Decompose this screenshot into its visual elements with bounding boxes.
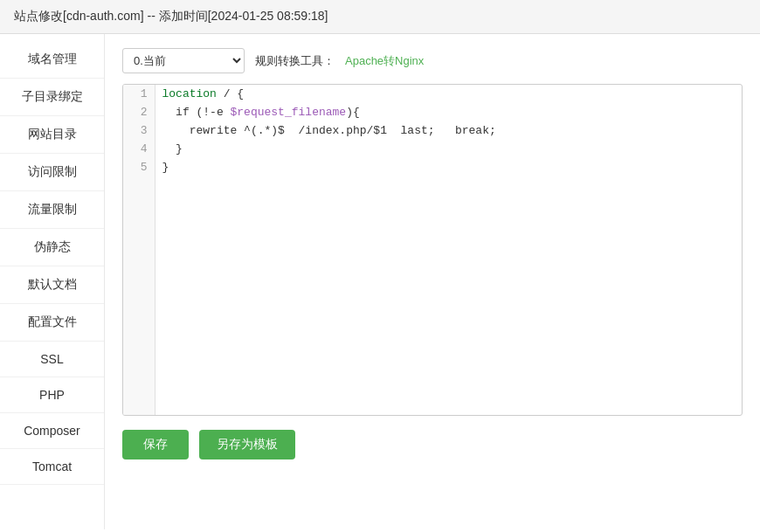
line-content-3: rewrite ^(.*)$ /index.php/$1 last; break… (155, 121, 742, 140)
code-editor[interactable]: 1 location / { 2 if (!-e $request_filena… (122, 84, 743, 416)
code-line-empty-14 (123, 323, 742, 342)
code-line-1: 1 location / { (123, 85, 742, 103)
save-button[interactable]: 保存 (122, 430, 189, 459)
line-number-4: 4 (123, 140, 155, 158)
main-content: 0.当前1.备份 规则转换工具： Apache转Nginx 1 location… (105, 34, 760, 529)
toolbar-row: 0.当前1.备份 规则转换工具： Apache转Nginx (122, 48, 743, 73)
line-number-5: 5 (123, 158, 155, 176)
line-number-3: 3 (123, 121, 155, 140)
sidebar-item-traffic-limit[interactable]: 流量限制 (0, 191, 104, 229)
line-content-5: } (155, 158, 742, 176)
code-line-empty-7 (123, 195, 742, 213)
var-request-filename: $request_filename (231, 106, 347, 119)
sidebar-item-ssl[interactable]: SSL (0, 342, 104, 377)
sidebar-item-pseudo-static[interactable]: 伪静态 (0, 229, 104, 266)
code-line-empty-6 (123, 176, 742, 195)
page-title: 站点修改[cdn-auth.com] -- 添加时间[2024-01-25 08… (14, 9, 328, 23)
keyword-location: location (162, 87, 217, 100)
sidebar-item-access-limit[interactable]: 访问限制 (0, 154, 104, 191)
line-content-4: } (155, 140, 742, 158)
code-line-empty-12 (123, 287, 742, 305)
line-number-6 (123, 176, 155, 195)
sidebar-item-config-file[interactable]: 配置文件 (0, 304, 104, 342)
code-line-empty-9 (123, 231, 742, 250)
line-number-2: 2 (123, 103, 155, 121)
code-line-empty-18 (123, 397, 742, 415)
action-row: 保存 另存为模板 (122, 430, 743, 459)
code-line-5: 5 } (123, 158, 742, 176)
code-line-empty-16 (123, 360, 742, 378)
code-line-empty-11 (123, 268, 742, 287)
code-line-empty-13 (123, 305, 742, 323)
code-line-empty-17 (123, 378, 742, 397)
code-line-empty-8 (123, 213, 742, 231)
sidebar-item-composer[interactable]: Composer (0, 413, 104, 449)
rule-tool-label: 规则转换工具： (255, 53, 335, 69)
line-number-1: 1 (123, 85, 155, 103)
code-line-2: 2 if (!-e $request_filename){ (123, 103, 742, 121)
code-lines: 1 location / { 2 if (!-e $request_filena… (123, 85, 742, 415)
sidebar-item-subdir-bind[interactable]: 子目录绑定 (0, 79, 104, 116)
code-line-4: 4 } (123, 140, 742, 158)
title-bar: 站点修改[cdn-auth.com] -- 添加时间[2024-01-25 08… (0, 0, 760, 34)
line-content-1: location / { (155, 85, 742, 103)
rule-tool-link[interactable]: Apache转Nginx (345, 53, 424, 69)
line-content-6 (155, 176, 742, 195)
sidebar: 域名管理 子目录绑定 网站目录 访问限制 流量限制 伪静态 默认文档 配置文件 … (0, 34, 105, 529)
sidebar-item-default-doc[interactable]: 默认文档 (0, 266, 104, 304)
save-as-template-button[interactable]: 另存为模板 (199, 430, 295, 459)
config-select[interactable]: 0.当前1.备份 (122, 48, 245, 73)
sidebar-item-website-dir[interactable]: 网站目录 (0, 116, 104, 154)
code-line-3: 3 rewrite ^(.*)$ /index.php/$1 last; bre… (123, 121, 742, 140)
sidebar-item-php[interactable]: PHP (0, 377, 104, 413)
line-content-2: if (!-e $request_filename){ (155, 103, 742, 121)
sidebar-item-tomcat[interactable]: Tomcat (0, 449, 104, 485)
code-line-empty-15 (123, 342, 742, 360)
sidebar-item-domain-mgmt[interactable]: 域名管理 (0, 41, 104, 79)
code-line-empty-10 (123, 250, 742, 268)
